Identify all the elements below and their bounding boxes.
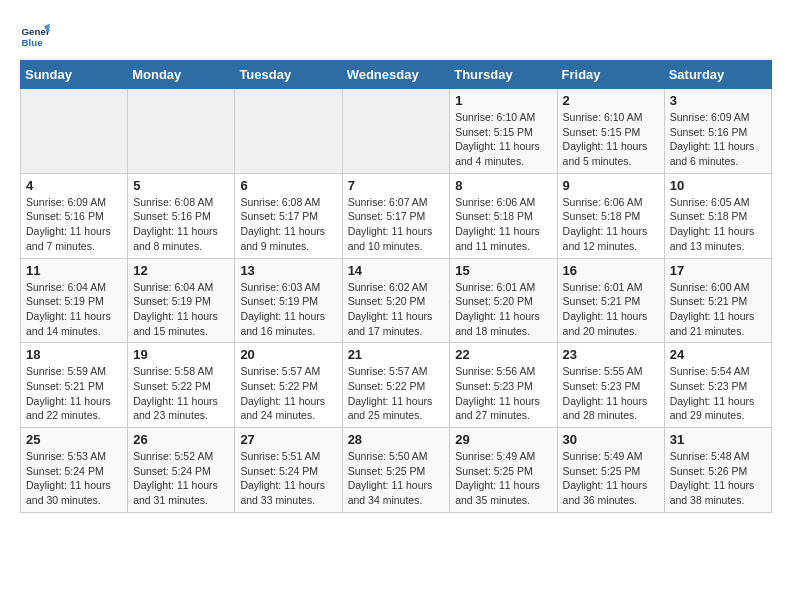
day-detail: Sunrise: 6:04 AM Sunset: 5:19 PM Dayligh… (26, 280, 122, 339)
day-number: 31 (670, 432, 766, 447)
day-number: 5 (133, 178, 229, 193)
day-detail: Sunrise: 6:08 AM Sunset: 5:16 PM Dayligh… (133, 195, 229, 254)
day-number: 16 (563, 263, 659, 278)
day-cell: 9Sunrise: 6:06 AM Sunset: 5:18 PM Daylig… (557, 173, 664, 258)
day-cell: 4Sunrise: 6:09 AM Sunset: 5:16 PM Daylig… (21, 173, 128, 258)
day-number: 27 (240, 432, 336, 447)
svg-text:Blue: Blue (22, 37, 44, 48)
day-detail: Sunrise: 6:09 AM Sunset: 5:16 PM Dayligh… (670, 110, 766, 169)
day-detail: Sunrise: 5:49 AM Sunset: 5:25 PM Dayligh… (455, 449, 551, 508)
day-detail: Sunrise: 5:57 AM Sunset: 5:22 PM Dayligh… (348, 364, 445, 423)
day-cell: 26Sunrise: 5:52 AM Sunset: 5:24 PM Dayli… (128, 428, 235, 513)
calendar-table: SundayMondayTuesdayWednesdayThursdayFrid… (20, 60, 772, 513)
day-cell: 8Sunrise: 6:06 AM Sunset: 5:18 PM Daylig… (450, 173, 557, 258)
day-number: 24 (670, 347, 766, 362)
day-detail: Sunrise: 6:01 AM Sunset: 5:20 PM Dayligh… (455, 280, 551, 339)
day-cell: 19Sunrise: 5:58 AM Sunset: 5:22 PM Dayli… (128, 343, 235, 428)
day-number: 2 (563, 93, 659, 108)
week-row-3: 11Sunrise: 6:04 AM Sunset: 5:19 PM Dayli… (21, 258, 772, 343)
header-cell-friday: Friday (557, 61, 664, 89)
day-detail: Sunrise: 6:08 AM Sunset: 5:17 PM Dayligh… (240, 195, 336, 254)
day-detail: Sunrise: 5:48 AM Sunset: 5:26 PM Dayligh… (670, 449, 766, 508)
day-cell: 5Sunrise: 6:08 AM Sunset: 5:16 PM Daylig… (128, 173, 235, 258)
day-detail: Sunrise: 6:10 AM Sunset: 5:15 PM Dayligh… (563, 110, 659, 169)
day-detail: Sunrise: 5:55 AM Sunset: 5:23 PM Dayligh… (563, 364, 659, 423)
week-row-5: 25Sunrise: 5:53 AM Sunset: 5:24 PM Dayli… (21, 428, 772, 513)
day-number: 29 (455, 432, 551, 447)
week-row-4: 18Sunrise: 5:59 AM Sunset: 5:21 PM Dayli… (21, 343, 772, 428)
day-number: 26 (133, 432, 229, 447)
header-cell-wednesday: Wednesday (342, 61, 450, 89)
day-cell: 23Sunrise: 5:55 AM Sunset: 5:23 PM Dayli… (557, 343, 664, 428)
day-cell: 16Sunrise: 6:01 AM Sunset: 5:21 PM Dayli… (557, 258, 664, 343)
day-detail: Sunrise: 6:02 AM Sunset: 5:20 PM Dayligh… (348, 280, 445, 339)
day-cell (21, 89, 128, 174)
week-row-2: 4Sunrise: 6:09 AM Sunset: 5:16 PM Daylig… (21, 173, 772, 258)
header-cell-monday: Monday (128, 61, 235, 89)
day-number: 6 (240, 178, 336, 193)
day-detail: Sunrise: 5:50 AM Sunset: 5:25 PM Dayligh… (348, 449, 445, 508)
day-number: 22 (455, 347, 551, 362)
day-cell: 13Sunrise: 6:03 AM Sunset: 5:19 PM Dayli… (235, 258, 342, 343)
day-number: 20 (240, 347, 336, 362)
day-cell: 28Sunrise: 5:50 AM Sunset: 5:25 PM Dayli… (342, 428, 450, 513)
day-detail: Sunrise: 6:00 AM Sunset: 5:21 PM Dayligh… (670, 280, 766, 339)
day-detail: Sunrise: 5:58 AM Sunset: 5:22 PM Dayligh… (133, 364, 229, 423)
header-row: SundayMondayTuesdayWednesdayThursdayFrid… (21, 61, 772, 89)
day-number: 28 (348, 432, 445, 447)
day-cell: 15Sunrise: 6:01 AM Sunset: 5:20 PM Dayli… (450, 258, 557, 343)
day-cell: 2Sunrise: 6:10 AM Sunset: 5:15 PM Daylig… (557, 89, 664, 174)
logo-icon: General Blue (20, 20, 50, 50)
day-cell: 17Sunrise: 6:00 AM Sunset: 5:21 PM Dayli… (664, 258, 771, 343)
day-detail: Sunrise: 6:05 AM Sunset: 5:18 PM Dayligh… (670, 195, 766, 254)
day-number: 4 (26, 178, 122, 193)
day-number: 7 (348, 178, 445, 193)
day-detail: Sunrise: 6:04 AM Sunset: 5:19 PM Dayligh… (133, 280, 229, 339)
day-cell: 12Sunrise: 6:04 AM Sunset: 5:19 PM Dayli… (128, 258, 235, 343)
day-number: 12 (133, 263, 229, 278)
header-cell-saturday: Saturday (664, 61, 771, 89)
day-cell: 14Sunrise: 6:02 AM Sunset: 5:20 PM Dayli… (342, 258, 450, 343)
day-cell: 21Sunrise: 5:57 AM Sunset: 5:22 PM Dayli… (342, 343, 450, 428)
day-cell: 1Sunrise: 6:10 AM Sunset: 5:15 PM Daylig… (450, 89, 557, 174)
day-number: 15 (455, 263, 551, 278)
day-detail: Sunrise: 6:03 AM Sunset: 5:19 PM Dayligh… (240, 280, 336, 339)
day-number: 14 (348, 263, 445, 278)
day-detail: Sunrise: 6:09 AM Sunset: 5:16 PM Dayligh… (26, 195, 122, 254)
calendar-body: 1Sunrise: 6:10 AM Sunset: 5:15 PM Daylig… (21, 89, 772, 513)
day-cell (342, 89, 450, 174)
day-number: 23 (563, 347, 659, 362)
day-number: 10 (670, 178, 766, 193)
day-detail: Sunrise: 5:56 AM Sunset: 5:23 PM Dayligh… (455, 364, 551, 423)
day-number: 21 (348, 347, 445, 362)
day-cell (128, 89, 235, 174)
week-row-1: 1Sunrise: 6:10 AM Sunset: 5:15 PM Daylig… (21, 89, 772, 174)
day-detail: Sunrise: 5:51 AM Sunset: 5:24 PM Dayligh… (240, 449, 336, 508)
day-cell: 7Sunrise: 6:07 AM Sunset: 5:17 PM Daylig… (342, 173, 450, 258)
day-detail: Sunrise: 6:06 AM Sunset: 5:18 PM Dayligh… (455, 195, 551, 254)
day-cell: 22Sunrise: 5:56 AM Sunset: 5:23 PM Dayli… (450, 343, 557, 428)
day-number: 18 (26, 347, 122, 362)
page-header: General Blue (20, 20, 772, 50)
day-number: 19 (133, 347, 229, 362)
day-cell: 29Sunrise: 5:49 AM Sunset: 5:25 PM Dayli… (450, 428, 557, 513)
day-cell: 30Sunrise: 5:49 AM Sunset: 5:25 PM Dayli… (557, 428, 664, 513)
header-cell-sunday: Sunday (21, 61, 128, 89)
day-cell: 11Sunrise: 6:04 AM Sunset: 5:19 PM Dayli… (21, 258, 128, 343)
day-cell (235, 89, 342, 174)
day-detail: Sunrise: 6:10 AM Sunset: 5:15 PM Dayligh… (455, 110, 551, 169)
day-detail: Sunrise: 5:59 AM Sunset: 5:21 PM Dayligh… (26, 364, 122, 423)
day-cell: 6Sunrise: 6:08 AM Sunset: 5:17 PM Daylig… (235, 173, 342, 258)
day-detail: Sunrise: 6:01 AM Sunset: 5:21 PM Dayligh… (563, 280, 659, 339)
logo: General Blue (20, 20, 54, 50)
day-cell: 20Sunrise: 5:57 AM Sunset: 5:22 PM Dayli… (235, 343, 342, 428)
day-cell: 10Sunrise: 6:05 AM Sunset: 5:18 PM Dayli… (664, 173, 771, 258)
calendar-header: SundayMondayTuesdayWednesdayThursdayFrid… (21, 61, 772, 89)
day-detail: Sunrise: 6:07 AM Sunset: 5:17 PM Dayligh… (348, 195, 445, 254)
day-number: 30 (563, 432, 659, 447)
day-number: 1 (455, 93, 551, 108)
day-number: 25 (26, 432, 122, 447)
day-detail: Sunrise: 6:06 AM Sunset: 5:18 PM Dayligh… (563, 195, 659, 254)
day-number: 9 (563, 178, 659, 193)
day-cell: 27Sunrise: 5:51 AM Sunset: 5:24 PM Dayli… (235, 428, 342, 513)
